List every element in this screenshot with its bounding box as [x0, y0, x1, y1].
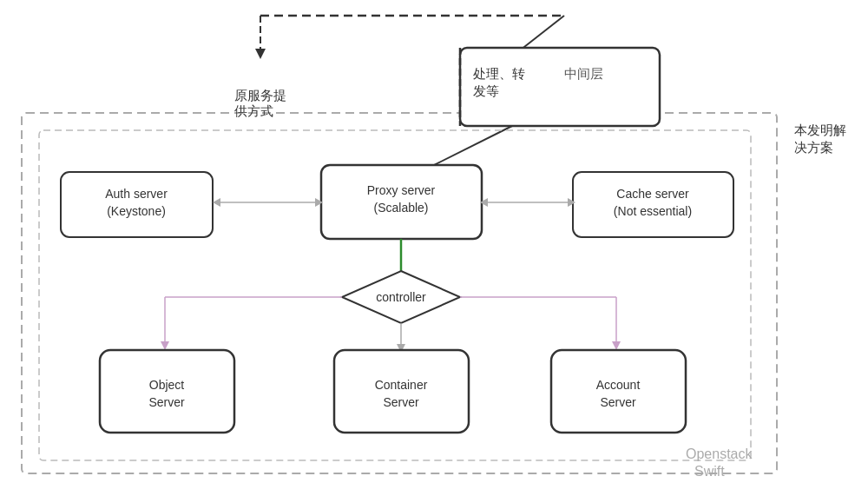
diagram-container: 本发明解 决方案 原服务提 供方式 处理、转 发等 中间层 Auth serve… [0, 0, 868, 496]
openstack-swift-label2: Swift [694, 464, 725, 479]
svg-marker-26 [161, 341, 169, 350]
container-server-text2: Server [383, 395, 419, 409]
object-server-text2: Server [148, 395, 185, 409]
object-server-text1: Object [149, 378, 185, 392]
svg-text:供方式: 供方式 [234, 103, 273, 118]
svg-marker-7 [255, 49, 266, 59]
controller-label: controller [376, 290, 426, 304]
invention-solution-label: 本发明解 [794, 122, 846, 137]
cache-server-text2: (Not essential) [614, 204, 692, 218]
svg-marker-31 [612, 341, 621, 350]
proxy-server-text2: (Scalable) [373, 201, 428, 215]
middleware-box-text2: 发等 [473, 83, 499, 98]
original-service-label: 原服务提 [234, 88, 286, 103]
container-server-text1: Container [375, 378, 428, 392]
middleware-box-text1: 处理、转 [473, 66, 525, 81]
auth-server-text1: Auth server [105, 187, 168, 201]
account-server-text1: Account [596, 378, 641, 392]
proxy-server-text1: Proxy server [367, 183, 436, 197]
auth-server-text2: (Keystone) [107, 204, 166, 218]
openstack-swift-label1: Openstack [686, 446, 753, 461]
cache-server-text1: Cache server [616, 187, 689, 201]
middleware-layer-label: 中间层 [564, 66, 603, 81]
account-server-text2: Server [600, 395, 636, 409]
svg-marker-17 [213, 198, 220, 207]
svg-text:决方案: 决方案 [794, 140, 833, 155]
